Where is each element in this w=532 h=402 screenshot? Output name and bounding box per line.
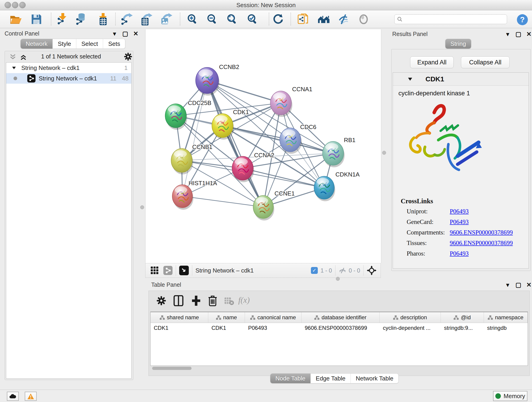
table-cell[interactable]: stringdb — [484, 323, 528, 333]
network-row[interactable]: String Network – cdk1 11 48 — [6, 73, 131, 84]
horizontal-splitter-handle[interactable] — [336, 277, 340, 281]
tab-node-table[interactable]: Node Table — [270, 374, 311, 383]
float-panel-icon[interactable]: ▢ — [515, 282, 521, 288]
table-cell[interactable]: CDK1 — [151, 323, 208, 333]
save-session-button[interactable] — [30, 13, 43, 26]
tab-edge-table[interactable]: Edge Table — [311, 374, 351, 383]
string-network-graph[interactable]: CCNB2CCNA1CDC25BCDK1CDC6RB1CCNB1CCNA2HIS… — [146, 29, 381, 263]
show-columns-icon[interactable] — [173, 295, 184, 306]
table-settings-gear-icon[interactable] — [156, 296, 166, 306]
column-header-description[interactable]: description — [380, 312, 441, 323]
left-splitter-handle[interactable] — [140, 205, 144, 209]
tab-network[interactable]: Network — [21, 39, 53, 49]
birds-eye-view-icon[interactable] — [179, 266, 189, 275]
delete-column-trash-icon[interactable] — [208, 295, 217, 306]
tab-style[interactable]: Style — [53, 39, 76, 49]
column-header-name[interactable]: name — [208, 312, 245, 323]
import-network-from-database-button[interactable] — [75, 13, 88, 26]
collection-expander-icon[interactable] — [12, 66, 16, 70]
table-cell[interactable]: cyclin-dependent ... — [380, 323, 441, 333]
warnings-button[interactable] — [25, 392, 37, 401]
network-node-CDC25B[interactable] — [165, 104, 187, 130]
network-node-CCNB2[interactable] — [196, 67, 220, 96]
close-window-button[interactable] — [5, 2, 11, 8]
fit-content-button[interactable] — [226, 13, 239, 26]
panel-menu-icon[interactable]: ▼ — [112, 31, 117, 37]
network-edge[interactable] — [182, 80, 207, 196]
grid-view-icon[interactable] — [151, 266, 159, 274]
network-edge[interactable] — [243, 168, 324, 188]
crosslink-link[interactable]: 9606.ENSP00000378699 — [450, 240, 513, 247]
network-node-CCNE1[interactable] — [253, 196, 274, 220]
gene-section-header[interactable]: CDK1 — [393, 73, 529, 86]
column-header-canonical-name[interactable]: canonical name — [245, 312, 302, 323]
float-panel-icon[interactable]: ▢ — [122, 31, 128, 37]
crosslink-link[interactable]: P06493 — [450, 218, 469, 225]
table-cell[interactable]: 9606.ENSP00000378699 — [302, 323, 380, 333]
string-home-button[interactable] — [317, 13, 330, 26]
network-node-CDKN1A[interactable] — [314, 176, 335, 201]
export-network-button[interactable] — [120, 13, 133, 26]
pan-crosshair-icon[interactable] — [367, 266, 376, 275]
column-header-shared-name[interactable]: shared name — [151, 312, 208, 323]
show-glass-eye-button[interactable] — [357, 13, 370, 26]
zoom-out-button[interactable] — [206, 13, 219, 26]
right-splitter-handle[interactable] — [382, 151, 386, 155]
table-row[interactable]: CDK1CDK1P064939606.ENSP00000378699cyclin… — [151, 323, 528, 333]
network-node-RB1[interactable] — [323, 141, 345, 167]
table-cell[interactable]: CDK1 — [208, 323, 245, 333]
expand-all-button[interactable]: Expand All — [410, 56, 454, 68]
network-node-CCNB1[interactable] — [171, 148, 193, 174]
network-edge[interactable] — [182, 196, 263, 207]
network-node-HIST1H1A[interactable] — [172, 185, 193, 210]
close-panel-icon[interactable]: ✕ — [133, 31, 138, 37]
panel-menu-icon[interactable]: ▼ — [505, 282, 510, 288]
network-view-type-icon[interactable] — [163, 266, 172, 275]
section-expander-icon[interactable] — [408, 77, 413, 81]
network-canvas[interactable]: CCNB2CCNA1CDC25BCDK1CDC6RB1CCNB1CCNA2HIS… — [145, 29, 381, 263]
hide-glass-eye-button[interactable] — [337, 13, 350, 26]
table-horizontal-scrollbar[interactable] — [152, 367, 191, 370]
network-node-CCNA1[interactable] — [270, 91, 292, 117]
table-cell[interactable]: P06493 — [245, 323, 302, 333]
zoom-selected-button[interactable] — [247, 13, 259, 26]
column-header-database-identifier[interactable]: database identifier — [302, 312, 380, 323]
refresh-view-button[interactable] — [272, 13, 284, 26]
share-session-button[interactable] — [297, 13, 310, 26]
network-edge[interactable] — [222, 126, 333, 153]
network-edge[interactable] — [207, 80, 263, 207]
table-cell[interactable]: stringdb:9... — [441, 323, 484, 333]
network-options-gear-icon[interactable] — [124, 52, 133, 61]
collapse-all-button[interactable]: Collapse All — [461, 56, 510, 68]
collapse-all-networks-icon[interactable] — [9, 54, 17, 61]
zoom-window-button[interactable] — [19, 2, 26, 8]
column-header-namespace[interactable]: namespace — [484, 312, 528, 323]
tab-network-table[interactable]: Network Table — [351, 374, 399, 383]
network-node-CDK1[interactable] — [212, 114, 234, 140]
close-panel-icon[interactable]: ✕ — [526, 282, 532, 288]
cloud-status-button[interactable] — [7, 392, 19, 401]
search-box[interactable] — [394, 14, 507, 24]
help-button[interactable]: ? — [516, 13, 529, 26]
crosslink-link[interactable]: 9606.ENSP00000378699 — [450, 229, 513, 236]
panel-menu-icon[interactable]: ▼ — [505, 32, 510, 37]
export-table-button[interactable] — [140, 13, 152, 26]
memory-button[interactable]: Memory — [493, 391, 527, 401]
tab-select[interactable]: Select — [76, 39, 103, 49]
column-header--id[interactable]: @id — [441, 312, 484, 323]
network-collection-row[interactable]: String Network – cdk1 1 — [6, 63, 131, 73]
tab-sets[interactable]: Sets — [103, 39, 125, 49]
float-panel-icon[interactable]: ▢ — [515, 31, 521, 37]
crosslink-link[interactable]: P06493 — [450, 208, 469, 215]
import-network-from-file-button[interactable] — [56, 13, 69, 26]
add-column-icon[interactable] — [191, 295, 201, 306]
export-image-button[interactable] — [160, 13, 172, 26]
tab-string[interactable]: String — [445, 39, 471, 49]
import-table-from-file-button[interactable] — [96, 13, 109, 26]
zoom-in-button[interactable] — [186, 13, 199, 26]
expand-all-networks-icon[interactable] — [20, 54, 27, 61]
minimize-window-button[interactable] — [12, 2, 18, 8]
open-session-button[interactable] — [10, 13, 22, 26]
selected-checkbox-icon[interactable]: ✓ — [311, 267, 318, 274]
close-panel-icon[interactable]: ✕ — [526, 31, 532, 37]
